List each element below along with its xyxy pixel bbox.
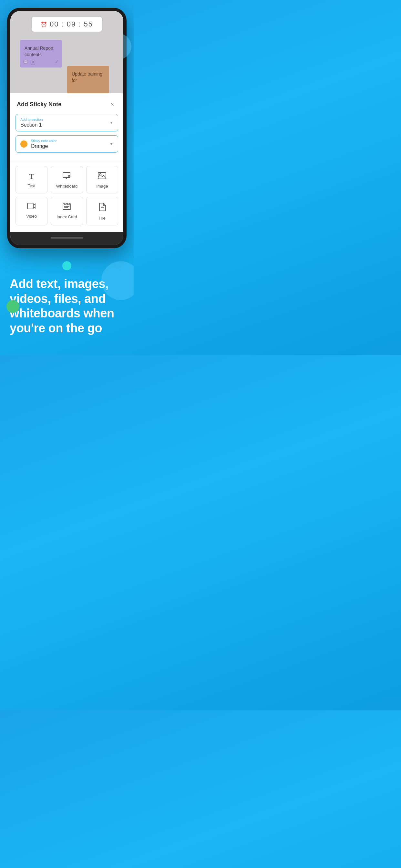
color-arrow: ▼ <box>110 142 113 146</box>
sticky-note-orange: Update training for <box>67 66 109 93</box>
timer-area: ⏰ 00 : 09 : 55 <box>10 11 123 35</box>
text-label: Text <box>28 183 35 188</box>
modal-close-button[interactable]: × <box>108 100 117 109</box>
section-label: Add to section <box>20 118 43 121</box>
content-type-index-card[interactable]: Index Card <box>51 197 83 225</box>
note-text: Annual Report contents <box>25 45 54 57</box>
section-value: Section 1 <box>20 122 43 128</box>
bottom-section: Add text, images, videos, files, and whi… <box>0 248 134 355</box>
app-container: ⏰ 00 : 09 : 55 Annual Report contents 💬 … <box>0 0 134 355</box>
color-value: Orange <box>31 144 57 149</box>
modal-title: Add Sticky Note <box>17 101 61 108</box>
home-bar <box>51 237 83 239</box>
modal-sheet: Add Sticky Note × Add to section Section… <box>10 93 123 232</box>
index-card-label: Index Card <box>57 214 77 219</box>
canvas-area: Annual Report contents 💬 0 ✓ Update trai… <box>10 35 123 93</box>
color-label: Sticky note color <box>31 139 57 143</box>
timer-display: 00 : 09 : 55 <box>50 20 93 28</box>
whiteboard-icon <box>63 172 71 181</box>
note-check: ✓ <box>55 59 59 65</box>
section-dropdown[interactable]: Add to section Section 1 ▼ <box>16 114 118 131</box>
content-type-video[interactable]: Video <box>16 197 48 225</box>
note-text: Update training for <box>72 71 102 83</box>
content-type-file[interactable]: File <box>86 197 118 225</box>
svg-rect-5 <box>27 203 33 209</box>
teal-dot <box>62 261 71 270</box>
sticky-note-purple: Annual Report contents 💬 0 ✓ <box>20 40 62 67</box>
section-arrow: ▼ <box>110 120 113 125</box>
file-icon <box>98 203 106 213</box>
color-dropdown[interactable]: Sticky note color Orange ▼ <box>16 135 118 153</box>
index-card-icon <box>63 203 71 212</box>
dropdown-group: Add to section Section 1 ▼ Sticky note c… <box>10 114 123 160</box>
video-icon <box>27 203 36 211</box>
content-type-text[interactable]: T Text <box>16 166 48 193</box>
phone-screen: ⏰ 00 : 09 : 55 Annual Report contents 💬 … <box>10 11 123 245</box>
phone-home-area <box>10 232 123 245</box>
divider <box>10 162 123 162</box>
image-label: Image <box>96 184 108 189</box>
note-icons: 💬 0 <box>23 59 35 65</box>
svg-rect-7 <box>64 203 66 205</box>
content-type-grid: T Text White <box>10 166 123 232</box>
green-dot <box>6 300 19 313</box>
timer-icon: ⏰ <box>41 21 47 27</box>
whiteboard-label: Whiteboard <box>56 184 78 189</box>
svg-rect-8 <box>67 203 69 205</box>
video-label: Video <box>26 214 37 219</box>
modal-header: Add Sticky Note × <box>10 93 123 114</box>
text-icon: T <box>29 172 34 181</box>
file-label: File <box>99 216 105 221</box>
phone-bezel: ⏰ 00 : 09 : 55 Annual Report contents 💬 … <box>7 8 127 248</box>
timer-widget: ⏰ 00 : 09 : 55 <box>32 17 102 32</box>
content-type-whiteboard[interactable]: Whiteboard <box>51 166 83 193</box>
content-type-image[interactable]: Image <box>86 166 118 193</box>
color-swatch <box>20 141 27 148</box>
image-icon <box>98 172 106 181</box>
